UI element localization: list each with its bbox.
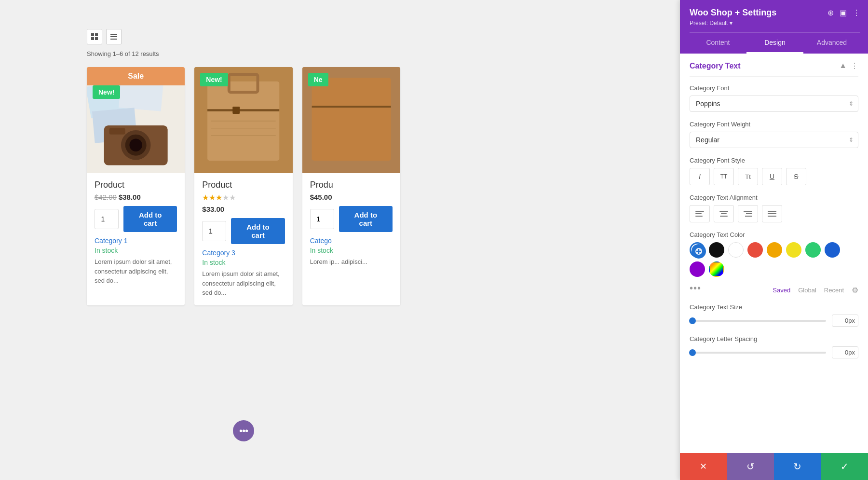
letter-spacing-slider-track[interactable] [690, 352, 826, 354]
price-new: $38.00 [119, 193, 141, 201]
category-font-weight-select[interactable]: Regular [690, 132, 858, 148]
product-title: Product [202, 180, 285, 190]
align-right-button[interactable] [738, 205, 758, 222]
color-tab-global[interactable]: Global [798, 287, 816, 294]
add-to-cart-button[interactable]: Add to cart [231, 218, 285, 244]
layout-icon[interactable]: ▣ [840, 8, 847, 17]
category-text-color-field: Category Text Color [690, 231, 858, 295]
collapse-icon[interactable]: ▲ [839, 61, 847, 70]
add-to-cart-button[interactable]: Add to cart [123, 206, 177, 232]
color-tab-saved[interactable]: Saved [773, 287, 790, 294]
header-icons: ⊕ ▣ ⋮ [827, 8, 860, 17]
color-red[interactable] [747, 242, 763, 258]
category-link[interactable]: Category 1 [95, 237, 177, 245]
new-badge: New! [200, 73, 228, 86]
stock-status: In stock [310, 247, 393, 254]
stock-status: In stock [202, 259, 285, 266]
more-icon[interactable]: ⋮ [853, 8, 860, 17]
cancel-button[interactable]: ✕ [680, 453, 727, 480]
svg-rect-3 [95, 37, 98, 40]
quantity-input[interactable] [310, 209, 334, 229]
redo-button[interactable]: ↻ [774, 453, 821, 480]
color-purple[interactable] [690, 261, 705, 277]
preset-chevron[interactable]: ▾ [730, 20, 732, 27]
quantity-input[interactable] [95, 209, 119, 229]
save-button[interactable]: ✓ [821, 453, 868, 480]
category-letter-spacing-label: Category Letter Spacing [690, 335, 858, 343]
settings-panel: Woo Shop + Settings ⊕ ▣ ⋮ Preset: Defaul… [680, 0, 868, 480]
main-content: Showing 1–6 of 12 results Sale New! [0, 0, 487, 480]
italic-button[interactable]: I [690, 168, 710, 185]
letter-spacing-value[interactable]: 0px [832, 346, 858, 358]
color-dark-blue[interactable] [825, 242, 840, 258]
uppercase-button[interactable]: TT [714, 168, 734, 185]
color-white[interactable] [728, 242, 744, 258]
strikethrough-button[interactable]: S [786, 168, 806, 185]
floating-menu-button[interactable]: ••• [233, 420, 254, 441]
section-header: Category Text ▲ ⋮ [690, 54, 858, 77]
category-font-style-label: Category Font Style [690, 157, 858, 164]
color-tab-recent[interactable]: Recent [824, 287, 844, 294]
results-count: Showing 1–6 of 12 results [87, 50, 400, 57]
panel-title-row: Woo Shop + Settings ⊕ ▣ ⋮ [690, 8, 860, 18]
add-to-cart-row: Add to cart [202, 218, 285, 244]
align-justify-button[interactable] [762, 205, 782, 222]
category-text-alignment-field: Category Text Alignment [690, 194, 858, 222]
product-image: Ne [302, 67, 400, 173]
new-badge: New! [93, 85, 120, 99]
category-link[interactable]: Catego [310, 237, 393, 245]
slider-thumb[interactable] [689, 349, 696, 356]
product-price: $45.00 [310, 193, 393, 201]
grid-view-button[interactable] [87, 29, 102, 44]
color-green[interactable] [805, 242, 821, 258]
color-more-button[interactable]: ••• [690, 283, 701, 294]
text-size-slider-track[interactable] [690, 320, 826, 322]
target-icon[interactable]: ⊕ [827, 8, 834, 17]
letter-spacing-slider-row: 0px [690, 346, 858, 358]
tab-content[interactable]: Content [690, 33, 746, 54]
list-view-button[interactable] [106, 29, 122, 44]
quantity-input[interactable] [202, 221, 226, 241]
slider-thumb[interactable] [689, 317, 696, 324]
section-more-icon[interactable]: ⋮ [851, 61, 858, 70]
svg-rect-0 [91, 33, 94, 36]
tab-design[interactable]: Design [746, 33, 803, 54]
undo-button[interactable]: ↺ [727, 453, 774, 480]
stock-status: In stock [95, 247, 177, 254]
view-toolbar [87, 29, 400, 44]
preset-row: Preset: Default ▾ [690, 20, 860, 27]
panel-header: Woo Shop + Settings ⊕ ▣ ⋮ Preset: Defaul… [680, 0, 868, 54]
text-size-value[interactable]: 0px [832, 315, 858, 327]
category-font-weight-field: Category Font Weight Regular [690, 121, 858, 148]
svg-rect-4 [110, 34, 117, 35]
undo-icon: ↺ [746, 461, 755, 472]
product-price: $33.00 [202, 205, 285, 213]
product-description: Lorem ipsum dolor sit amet, consectetur … [202, 269, 285, 298]
tab-advanced[interactable]: Advanced [803, 33, 860, 54]
star-rating: ★★★★★ [202, 193, 285, 202]
redo-icon: ↻ [793, 461, 801, 472]
svg-rect-15 [109, 128, 125, 135]
add-to-cart-button[interactable]: Add to cart [339, 206, 393, 232]
price-new: $33.00 [202, 205, 224, 213]
align-center-button[interactable] [714, 205, 734, 222]
product-description: Lorem ipsum dolor sit amet, consectetur … [95, 257, 177, 286]
color-yellow[interactable] [786, 242, 801, 258]
color-blue-active[interactable] [690, 242, 705, 258]
category-link[interactable]: Category 3 [202, 249, 285, 257]
price-old: $42.00 [95, 193, 117, 201]
product-title: Produ [310, 180, 393, 190]
color-gear-icon[interactable]: ⚙ [852, 286, 858, 295]
align-left-button[interactable] [690, 205, 710, 222]
text-size-slider-row: 0px [690, 315, 858, 327]
category-text-color-label: Category Text Color [690, 231, 858, 238]
category-font-select[interactable]: Poppins [690, 96, 858, 112]
color-gradient[interactable] [709, 261, 724, 277]
color-orange[interactable] [767, 242, 782, 258]
color-tabs: Saved Global Recent ⚙ [773, 286, 858, 295]
svg-point-14 [129, 139, 142, 151]
section-title: Category Text [690, 62, 741, 70]
color-black[interactable] [709, 242, 724, 258]
underline-button[interactable]: U [762, 168, 782, 185]
capitalize-button[interactable]: Tt [738, 168, 758, 185]
